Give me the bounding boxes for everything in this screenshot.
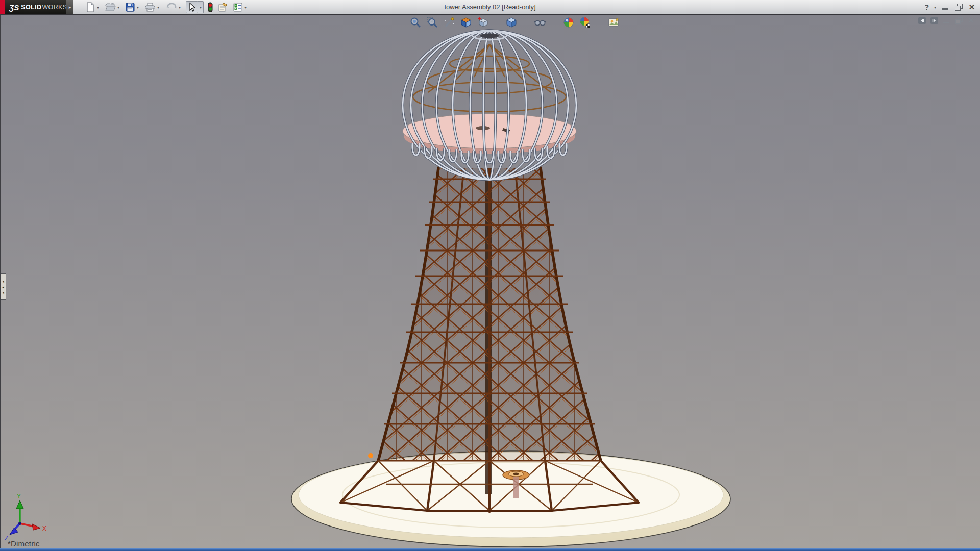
undo-dropdown-caret[interactable]: ▾: [179, 5, 181, 10]
view-orientation-button[interactable]: [459, 16, 473, 29]
tab-arrow-icon: ◂: [2, 285, 4, 289]
view-settings-button[interactable]: [607, 16, 621, 29]
open-dropdown-caret[interactable]: ▾: [117, 5, 119, 10]
title-bar: ƷS SOLID WORKS ▸ tower Assembly 02 [Read…: [0, 0, 980, 14]
document-restore-button[interactable]: [955, 17, 963, 24]
solidworks-logo: ƷS SOLID WORKS: [0, 0, 66, 14]
tab-arrow-icon: ◂: [2, 280, 4, 283]
options-dropdown-caret[interactable]: ▾: [244, 5, 247, 10]
zoom-to-fit-icon: [409, 16, 422, 29]
tower-assembly-model[interactable]: Y X Z: [1, 15, 980, 548]
selection-marker-dot: [368, 453, 373, 458]
standard-views-button[interactable]: [476, 16, 489, 29]
logo-ds-glyph: ƷS: [9, 3, 19, 12]
design-binder-icon: [217, 2, 229, 12]
dome-platform-disc: [403, 114, 576, 148]
new-document-button[interactable]: [85, 1, 96, 13]
view-settings-icon: [607, 16, 621, 29]
section-view-button[interactable]: [443, 16, 456, 29]
help-button[interactable]: ?: [924, 3, 929, 11]
titlebar-caption-buttons: ? ▾ ✕: [924, 0, 976, 14]
menu-expand-arrow[interactable]: ▸: [66, 0, 74, 14]
display-style-icon: [505, 16, 518, 29]
circular-platform[interactable]: [291, 451, 730, 547]
triad-y-label: Y: [17, 493, 21, 500]
reference-triad: Y X Z: [5, 493, 46, 542]
view-orientation-label: *Dimetric: [8, 539, 40, 548]
section-view-icon: [443, 16, 455, 29]
dock-pane-left-button[interactable]: [918, 17, 926, 24]
appearance-stoplight-button[interactable]: [207, 1, 214, 13]
graphics-viewport[interactable]: Y X Z: [0, 14, 980, 548]
standard-toolbar: ▾ ▾ ▾: [85, 0, 249, 14]
zoom-to-area-button[interactable]: [426, 16, 439, 29]
select-cursor-icon: [187, 2, 197, 12]
feature-manager-collapsed-tab[interactable]: ◂ ◂ ◂: [1, 273, 6, 300]
view-orientation-icon: [460, 16, 472, 29]
save-icon: [125, 2, 135, 12]
edit-appearance-icon: [562, 16, 575, 29]
brand-name-light: WORKS: [42, 4, 67, 11]
appearance-stoplight-icon: [207, 2, 213, 12]
apply-scene-icon: [579, 16, 592, 29]
document-close-button[interactable]: ✕: [967, 17, 975, 24]
zoom-to-fit-button[interactable]: [409, 16, 422, 29]
design-binder-button[interactable]: [217, 1, 229, 13]
new-dropdown-caret[interactable]: ▾: [97, 5, 99, 10]
cupola-dome[interactable]: [403, 31, 576, 180]
edit-appearance-button[interactable]: [562, 16, 575, 29]
options-list-button[interactable]: [232, 1, 243, 13]
new-document-icon: [85, 2, 95, 12]
print-button[interactable]: [144, 1, 156, 13]
document-minimize-button[interactable]: [943, 17, 950, 24]
print-dropdown-caret[interactable]: ▾: [157, 5, 159, 10]
help-dropdown-caret[interactable]: ▾: [934, 5, 936, 10]
triad-x-label: X: [42, 525, 46, 532]
minimize-button[interactable]: [941, 4, 949, 11]
hide-show-items-icon: [533, 16, 547, 29]
logo-red-stripe: [0, 0, 5, 14]
document-window-controls: ✕: [918, 17, 975, 24]
brand-name-bold: SOLID: [21, 4, 41, 11]
display-style-button[interactable]: [505, 16, 518, 29]
save-dropdown-caret[interactable]: ▾: [137, 5, 139, 10]
tab-arrow-icon: ◂: [2, 291, 4, 294]
hide-show-items-button[interactable]: [533, 16, 547, 29]
print-icon: [144, 2, 156, 12]
taskbar-edge: [0, 548, 980, 551]
apply-scene-button[interactable]: [579, 16, 592, 29]
select-dropdown-caret[interactable]: ▾: [198, 1, 204, 13]
open-document-button[interactable]: [104, 1, 116, 13]
options-list-icon: [233, 2, 243, 12]
undo-icon: [165, 2, 177, 12]
close-button[interactable]: ✕: [968, 4, 976, 11]
zoom-to-area-icon: [426, 16, 438, 29]
standard-views-icon: [477, 16, 489, 29]
heads-up-view-toolbar: [409, 16, 621, 29]
undo-button[interactable]: [164, 1, 178, 13]
save-button[interactable]: [125, 1, 136, 13]
open-document-icon: [105, 2, 116, 12]
restore-button[interactable]: [954, 4, 963, 11]
dock-pane-right-button[interactable]: [930, 17, 938, 24]
select-cursor-button[interactable]: [186, 1, 198, 13]
